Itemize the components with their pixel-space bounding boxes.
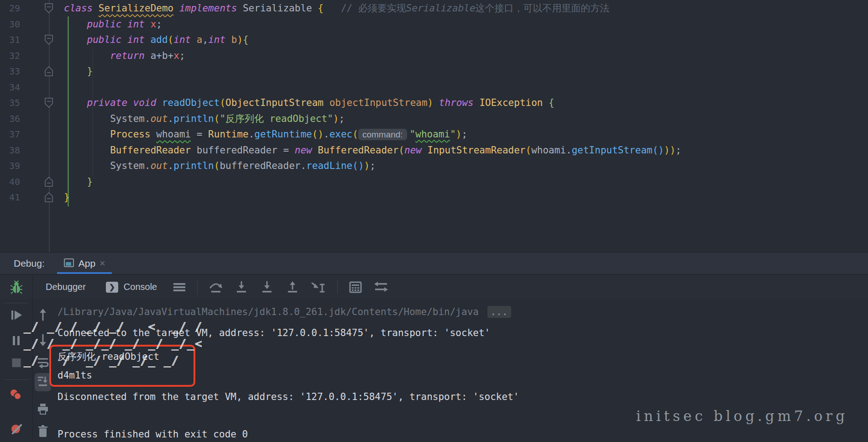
fold-gutter: [23, 79, 58, 95]
fold-marker-icon[interactable]: [45, 3, 53, 13]
code-line[interactable]: 39 System.out.println(bufferedReader.rea…: [0, 158, 868, 174]
fold-gutter: [23, 189, 58, 205]
line-number[interactable]: 41: [0, 189, 23, 205]
inline-parameter-hint: command:: [358, 129, 407, 140]
step-over-icon[interactable]: [209, 281, 223, 294]
code-text: public int add(int a,int b){: [64, 32, 249, 48]
scroll-to-end-icon[interactable]: [35, 373, 51, 391]
code-text: System.out.println("反序列化 readObject");: [64, 111, 345, 127]
debugger-controls-strip: [0, 299, 33, 442]
line-number[interactable]: 30: [0, 16, 23, 32]
fold-marker-icon[interactable]: [45, 98, 53, 108]
line-number[interactable]: 35: [0, 95, 23, 111]
code-text: Process whoami = Runtime.getRuntime().ex…: [64, 126, 467, 142]
fold-marker-icon[interactable]: [45, 66, 53, 76]
tab-app-label: App: [78, 258, 95, 269]
down-stack-icon[interactable]: [37, 334, 48, 347]
code-line[interactable]: 32 return a+b+x;: [0, 48, 868, 64]
code-line[interactable]: 40 }: [0, 174, 868, 190]
separator: [5, 303, 28, 303]
debug-label: Debug:: [14, 258, 45, 269]
fold-gutter: [23, 142, 58, 158]
fold-gutter: [23, 48, 58, 64]
line-number[interactable]: 34: [0, 79, 23, 95]
code-line[interactable]: 30 public int x;: [0, 16, 868, 32]
clear-console-icon[interactable]: [37, 425, 48, 438]
up-stack-icon[interactable]: [37, 308, 48, 321]
tab-app[interactable]: App ×: [57, 253, 112, 274]
code-editor[interactable]: 29 class SerializeDemo implements Serial…: [0, 0, 868, 252]
trace-settings-icon[interactable]: [373, 281, 389, 293]
code-text: BufferedReader bufferedReader = new Buff…: [64, 142, 681, 158]
fold-gutter: [23, 32, 58, 48]
tab-debugger-label: Debugger: [46, 282, 86, 292]
console-line-java-path: /Library/Java/JavaVirtualMachines/jdk1.8…: [58, 306, 511, 317]
fold-gutter: [23, 174, 58, 190]
console-line-disconnected: Disconnected from the target VM, address…: [58, 391, 519, 402]
code-line[interactable]: 41 }: [0, 189, 868, 205]
separator: [337, 280, 338, 295]
fold-gutter: [23, 95, 58, 111]
debug-bug-icon: [10, 280, 23, 294]
layout-options-icon[interactable]: [173, 282, 186, 292]
code-text: System.out.println(bufferedReader.readLi…: [64, 158, 376, 174]
ide-window: 29 class SerializeDemo implements Serial…: [0, 0, 868, 442]
code-line[interactable]: 34: [0, 79, 868, 95]
code-line[interactable]: 35 private void readObject(ObjectInputSt…: [0, 95, 868, 111]
stop-icon[interactable]: [12, 358, 21, 367]
close-icon[interactable]: ×: [99, 258, 105, 268]
fold-marker-icon[interactable]: [45, 192, 53, 202]
tab-console[interactable]: ❯ Console: [106, 275, 157, 299]
step-into-icon[interactable]: [234, 281, 249, 294]
line-number[interactable]: 40: [0, 174, 23, 190]
force-step-into-icon[interactable]: [260, 281, 274, 294]
code-line[interactable]: 29 class SerializeDemo implements Serial…: [0, 0, 868, 16]
app-window-icon: [63, 258, 74, 268]
soft-wrap-icon[interactable]: [37, 357, 49, 368]
debug-panel-header: Debug: App ×: [0, 252, 868, 274]
view-breakpoints-icon[interactable]: [10, 389, 22, 400]
code-line[interactable]: 37 Process whoami = Runtime.getRuntime()…: [0, 126, 868, 142]
resume-program-icon[interactable]: [10, 309, 23, 321]
fold-marker-icon[interactable]: [45, 35, 53, 45]
expand-command-chip[interactable]: ...: [487, 306, 511, 318]
code-text: public int x;: [64, 16, 162, 32]
mute-breakpoints-icon[interactable]: [10, 423, 22, 435]
console-line-connected: Connected to the target VM, address: '12…: [58, 327, 490, 338]
console-panel: /Library/Java/JavaVirtualMachines/jdk1.8…: [0, 299, 868, 442]
code-line[interactable]: 33 }: [0, 63, 868, 79]
fold-gutter: [23, 63, 58, 79]
line-number[interactable]: 33: [0, 63, 23, 79]
code-text: }: [64, 63, 93, 79]
terminal-icon: ❯: [106, 282, 118, 293]
fold-gutter: [23, 16, 58, 32]
line-number[interactable]: 38: [0, 142, 23, 158]
tab-console-label: Console: [124, 282, 157, 292]
print-icon[interactable]: [37, 403, 49, 415]
console-line-exit-code: Process finished with exit code 0: [58, 429, 248, 440]
line-number[interactable]: 31: [0, 32, 23, 48]
code-text: }: [64, 189, 70, 205]
line-number[interactable]: 29: [0, 0, 23, 16]
evaluate-expression-icon[interactable]: [349, 281, 362, 294]
fold-gutter: [23, 126, 58, 142]
fold-marker-icon[interactable]: [45, 177, 53, 187]
run-to-cursor-icon[interactable]: [311, 281, 326, 294]
code-line[interactable]: 38 BufferedReader bufferedReader = new B…: [0, 142, 868, 158]
fold-gutter: [23, 158, 58, 174]
code-line[interactable]: 36 System.out.println("反序列化 readObject")…: [0, 111, 868, 127]
line-number[interactable]: 39: [0, 158, 23, 174]
tab-debugger[interactable]: Debugger: [46, 275, 86, 299]
fold-gutter: [23, 111, 58, 127]
step-out-icon[interactable]: [285, 281, 300, 294]
pause-program-icon[interactable]: [11, 335, 22, 347]
debug-toolbar: Debugger ❯ Console: [0, 275, 868, 299]
console-output[interactable]: /Library/Java/JavaVirtualMachines/jdk1.8…: [53, 299, 737, 442]
code-text: private void readObject(ObjectInputStrea…: [64, 95, 554, 111]
line-number[interactable]: 37: [0, 126, 23, 142]
line-number[interactable]: 32: [0, 48, 23, 64]
line-number[interactable]: 36: [0, 111, 23, 127]
code-line[interactable]: 31 public int add(int a,int b){: [0, 32, 868, 48]
separator: [5, 379, 28, 380]
code-text: }: [64, 174, 93, 190]
